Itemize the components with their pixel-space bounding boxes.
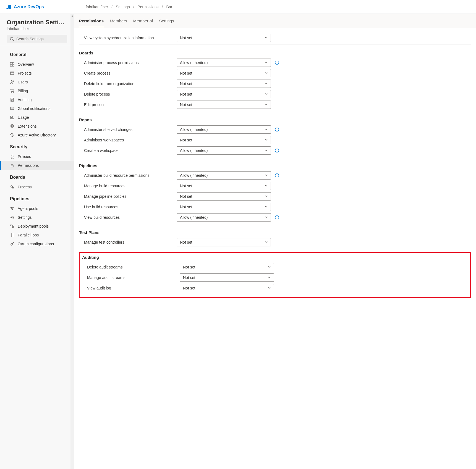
permission-value: Not set — [180, 102, 192, 107]
permission-dropdown[interactable]: Not set — [177, 192, 271, 201]
permission-dropdown[interactable]: Allow (inherited) — [177, 146, 271, 155]
permission-dropdown[interactable]: Not set — [177, 182, 271, 190]
chevron-down-icon — [265, 184, 268, 188]
permission-dropdown[interactable]: Allow (inherited) — [177, 213, 271, 222]
tab-member-of[interactable]: Member of — [133, 15, 153, 27]
sidebar-item-permissions[interactable]: Permissions — [0, 161, 74, 170]
chevron-down-icon — [265, 240, 268, 244]
sidebar-item-agent-pools[interactable]: Agent pools — [0, 204, 74, 213]
permission-label: Delete audit streams — [82, 265, 176, 269]
svg-point-0 — [10, 37, 13, 40]
permission-dropdown[interactable]: Not set — [180, 284, 274, 292]
sidebar-item-extensions[interactable]: Extensions — [0, 122, 74, 131]
chevron-down-icon — [265, 82, 268, 86]
permission-group-title: Repos — [79, 116, 471, 124]
permission-label: Delete process — [79, 92, 173, 96]
permission-dropdown[interactable]: Not set — [177, 203, 271, 211]
sidebar-item-policies[interactable]: Policies — [0, 152, 74, 161]
chevron-down-icon — [265, 215, 268, 220]
audit-icon — [10, 98, 14, 102]
aad-icon — [10, 133, 14, 137]
grid-icon — [10, 62, 14, 67]
info-icon[interactable] — [275, 127, 279, 132]
svg-point-12 — [277, 174, 277, 175]
agents-icon — [10, 206, 14, 211]
svg-point-9 — [277, 149, 277, 150]
tab-members[interactable]: Members — [110, 15, 127, 27]
permission-label: Administer build resource permissions — [79, 173, 173, 178]
sidebar-item-deployment-pools[interactable]: Deployment pools — [0, 222, 74, 231]
permission-value: Allow (inherited) — [180, 148, 208, 153]
tab-settings[interactable]: Settings — [159, 15, 174, 27]
permission-dropdown[interactable]: Allow (inherited) — [177, 171, 271, 180]
permission-value: Allow (inherited) — [180, 60, 208, 65]
svg-point-3 — [277, 62, 277, 62]
permission-dropdown[interactable]: Not set — [177, 136, 271, 144]
chevron-down-icon — [265, 194, 268, 199]
info-icon[interactable] — [275, 215, 279, 220]
permission-dropdown[interactable]: Allow (inherited) — [177, 125, 271, 134]
sidebar-item-azure-active-directory[interactable]: Azure Active Directory — [0, 131, 74, 139]
permission-label: Manage pipeline policies — [79, 194, 173, 199]
chart-icon — [10, 115, 14, 120]
permission-value: Not set — [180, 205, 192, 209]
permission-dropdown[interactable]: Not set — [177, 34, 271, 42]
scroll-up-icon[interactable]: ▴ — [70, 14, 74, 18]
permission-value: Allow (inherited) — [180, 173, 208, 178]
search-settings[interactable] — [7, 35, 67, 43]
sidebar-item-users[interactable]: Users — [0, 78, 74, 86]
chevron-down-icon — [268, 265, 271, 269]
divider — [0, 46, 74, 46]
permission-dropdown[interactable]: Not set — [180, 273, 274, 282]
permission-row: Delete processNot set — [79, 89, 471, 99]
sidebar-item-usage[interactable]: Usage — [0, 113, 74, 122]
sidebar-item-label: Billing — [18, 89, 28, 93]
sidebar-item-global-notifications[interactable]: Global notifications — [0, 104, 74, 113]
permission-value: Not set — [180, 240, 192, 244]
chevron-down-icon — [265, 36, 268, 40]
permissions-list: View system synchronization informationN… — [74, 28, 476, 304]
breadcrumb-item[interactable]: fabrikamfiber — [86, 5, 108, 9]
sidebar-item-label: Global notifications — [18, 106, 50, 111]
sidebar-item-label: Agent pools — [18, 206, 38, 211]
permission-dropdown[interactable]: Not set — [177, 80, 271, 88]
sidebar-item-overview[interactable]: Overview — [0, 60, 74, 69]
permission-dropdown[interactable]: Not set — [177, 90, 271, 98]
sidebar-item-oauth-configurations[interactable]: OAuth configurations — [0, 239, 74, 248]
breadcrumb-separator: / — [133, 5, 134, 9]
chevron-down-icon — [265, 138, 268, 142]
scrollbar[interactable]: ▴ — [70, 14, 74, 469]
breadcrumb-item[interactable]: Permissions — [137, 5, 158, 9]
sidebar-item-label: Parallel jobs — [18, 233, 39, 237]
sidebar-item-label: Projects — [18, 71, 32, 75]
search-input[interactable] — [16, 37, 65, 41]
sidebar-item-parallel-jobs[interactable]: Parallel jobs — [0, 231, 74, 239]
permission-dropdown[interactable]: Not set — [180, 263, 274, 271]
sidebar-group-title: General — [0, 47, 74, 60]
breadcrumb-separator: / — [162, 5, 163, 9]
brand[interactable]: Azure DevOps — [6, 4, 86, 10]
permission-label: Use build resources — [79, 205, 173, 209]
info-icon[interactable] — [275, 173, 279, 178]
permission-dropdown[interactable]: Not set — [177, 238, 271, 246]
projects-icon — [10, 71, 14, 75]
permission-dropdown[interactable]: Allow (inherited) — [177, 59, 271, 67]
chevron-down-icon — [268, 286, 271, 290]
permission-dropdown[interactable]: Not set — [177, 101, 271, 109]
sidebar-item-projects[interactable]: Projects — [0, 69, 74, 78]
sidebar-item-process[interactable]: Process — [0, 183, 74, 191]
breadcrumb-item[interactable]: Settings — [116, 5, 130, 9]
tab-permissions[interactable]: Permissions — [79, 15, 104, 27]
permission-value: Not set — [180, 184, 192, 188]
sidebar-item-settings[interactable]: Settings — [0, 213, 74, 222]
sidebar-item-billing[interactable]: Billing — [0, 86, 74, 95]
breadcrumb-item[interactable]: Bar — [166, 5, 172, 9]
sidebar-item-label: Overview — [18, 62, 34, 67]
info-icon[interactable] — [275, 148, 279, 153]
info-icon[interactable] — [275, 60, 279, 65]
permission-dropdown[interactable]: Not set — [177, 69, 271, 77]
sidebar-item-auditing[interactable]: Auditing — [0, 95, 74, 104]
svg-line-1 — [13, 40, 14, 41]
page-title: Organization Setti… — [0, 19, 74, 27]
sidebar-item-label: Policies — [18, 154, 31, 159]
